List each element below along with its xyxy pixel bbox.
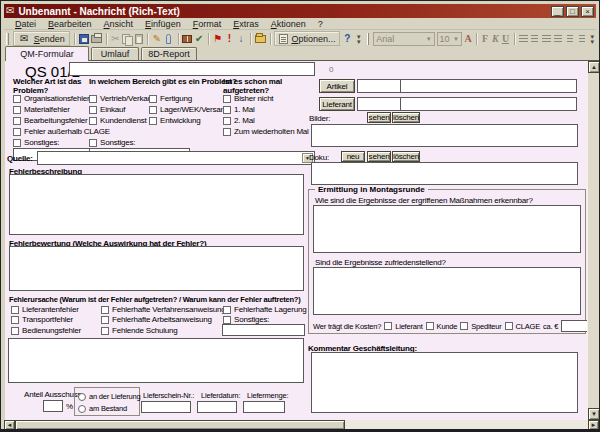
horizontal-scrollbar[interactable]: ◄ ► (4, 420, 599, 430)
bilder-loeschen-button[interactable]: löschen (392, 112, 420, 123)
checkbox-2-mal[interactable]: 2. Mal (223, 116, 255, 125)
menu-ansicht[interactable]: Ansicht (99, 19, 139, 29)
close-button[interactable]: × (581, 6, 594, 17)
doku-neu-button[interactable]: neu (341, 151, 365, 162)
check-names-icon[interactable]: ✔ (194, 32, 204, 45)
toolbar-grip[interactable] (367, 33, 370, 45)
checkbox-bearbeitungsfehler[interactable]: Bearbeitungsfehler (13, 116, 88, 125)
checkbox-art-sonstiges[interactable]: Sonstiges: (13, 138, 59, 147)
menu-bearbeiten[interactable]: Bearbeiten (43, 19, 97, 29)
checkbox-organisationsfehler[interactable]: Organisationsfehler (13, 94, 90, 103)
liefermenge-input[interactable] (243, 401, 285, 413)
send-button[interactable]: ✉ Senden (13, 31, 70, 46)
bold-icon[interactable]: F (481, 33, 489, 44)
checkbox-kosten-spediteur[interactable]: Spediteur (460, 322, 501, 331)
checkbox-entwicklung[interactable]: Entwicklung (149, 116, 201, 125)
checkbox-kundendienst[interactable]: Kundendienst (89, 116, 147, 125)
radio-am-bestand[interactable]: am Bestand (78, 404, 127, 413)
artikel-button[interactable]: Artikel (319, 79, 355, 93)
font-name-combo[interactable]: Arial▼ (373, 32, 434, 46)
scroll-right-icon[interactable]: ► (588, 420, 599, 430)
menu-datei[interactable]: Datei (10, 19, 41, 29)
toolbar-overflow-icon[interactable]: ▾▾ (355, 34, 362, 44)
copy-icon[interactable] (122, 32, 132, 45)
importance-low-icon[interactable]: ↓ (236, 32, 246, 45)
font-size-combo[interactable]: 10▼ (437, 32, 462, 46)
signature-pen-icon[interactable]: ✎ (152, 32, 162, 45)
checkbox-fehlerhafte-lagerung[interactable]: Fehlerhafte Lagerung (223, 305, 307, 314)
menu-hilfe[interactable]: ? (313, 19, 328, 29)
scrollbar-thumb[interactable] (15, 420, 345, 430)
ca-euro-input[interactable] (561, 320, 587, 332)
lieferant-button[interactable]: Lieferant (319, 97, 355, 111)
paste-icon[interactable] (134, 32, 144, 45)
lieferant-input[interactable] (357, 97, 577, 111)
checkbox-fehler-ausserhalb-clage[interactable]: Fehler außerhalb CLAGE (13, 127, 110, 136)
tab-umlauf[interactable]: Umlauf (91, 47, 139, 60)
checkbox-fehlerhafte-verfahrensanweisung[interactable]: Fehlerhafte Verfahrensanweisung (101, 305, 225, 314)
ursache-sonstiges-input[interactable] (222, 324, 305, 336)
align-center-icon[interactable] (530, 32, 540, 45)
frage2-textarea[interactable] (313, 267, 581, 315)
checkbox-vertrieb-verkauf[interactable]: Vertrieb/Verkauf (89, 94, 154, 103)
doku-loeschen-button[interactable]: löschen (392, 151, 420, 162)
checkbox-kosten-clage[interactable]: CLAGE (505, 322, 540, 331)
radio-an-der-lieferung[interactable]: an der Lieferung (78, 392, 140, 401)
outdent-icon[interactable] (565, 32, 575, 45)
save-icon[interactable] (79, 32, 89, 45)
menu-aktionen[interactable]: Aktionen (266, 19, 311, 29)
help-icon[interactable]: ? (342, 32, 352, 45)
toolbar-grip[interactable] (6, 33, 9, 45)
align-right-icon[interactable] (542, 32, 552, 45)
checkbox-transportfehler[interactable]: Transportfehler (11, 315, 73, 324)
checkbox-fertigung[interactable]: Fertigung (149, 94, 192, 103)
italic-icon[interactable]: K (491, 33, 499, 44)
underline-icon[interactable]: U (501, 33, 509, 44)
bilder-listbox[interactable] (311, 124, 578, 147)
frage1-textarea[interactable] (313, 205, 581, 253)
font-color-icon[interactable]: A (464, 33, 472, 44)
indent-icon[interactable] (577, 32, 587, 45)
message-flag-icon[interactable]: ⚑ (213, 32, 223, 45)
checkbox-einkauf[interactable]: Einkauf (89, 105, 125, 114)
checkbox-fehlerhafte-arbeitsanweisung[interactable]: Fehlerhafte Arbeitsanweisung (101, 315, 212, 324)
quelle-dropdown[interactable]: ▼ (37, 151, 315, 165)
checkbox-bedienungsfehler[interactable]: Bedienungsfehler (11, 326, 81, 335)
folder-icon[interactable] (255, 32, 266, 45)
fehlerursache-textarea[interactable] (8, 338, 304, 383)
options-button[interactable]: Optionen... (274, 31, 340, 46)
checkbox-ursache-sonstiges[interactable]: Sonstiges: (223, 315, 269, 324)
checkbox-lieferantenfehler[interactable]: Lieferantenfehler (11, 305, 79, 314)
doku-listbox[interactable] (311, 162, 578, 185)
kommentar-textarea[interactable] (311, 352, 578, 413)
attach-icon[interactable] (164, 32, 174, 45)
anteil-ausschuss-input[interactable] (43, 400, 63, 412)
checkbox-bereich-sonstiges[interactable]: Sonstiges: (89, 138, 135, 147)
menu-extras[interactable]: Extras (228, 19, 264, 29)
scroll-up-icon[interactable]: ▲ (588, 61, 600, 73)
print-icon[interactable] (91, 32, 102, 45)
checkbox-kosten-lieferant[interactable]: Lieferant (384, 322, 422, 331)
qs-number-input[interactable] (69, 62, 315, 76)
doku-sehen-button[interactable]: sehen (367, 151, 391, 162)
maximize-button[interactable]: □ (566, 6, 579, 17)
lieferschein-nr-input[interactable] (141, 401, 191, 413)
title-bar[interactable]: ✉ Unbenannt - Nachricht (Rich-Text) _ □ … (4, 4, 596, 18)
checkbox-1-mal[interactable]: 1. Mal (223, 105, 255, 114)
artikel-input[interactable] (357, 79, 577, 93)
checkbox-bisher-nicht[interactable]: Bisher nicht (223, 94, 273, 103)
bullet-list-icon[interactable] (553, 32, 563, 45)
cut-icon[interactable]: ✂ (110, 32, 120, 45)
lieferdatum-input[interactable] (197, 401, 237, 413)
menu-einfuegen[interactable]: Einfügen (140, 19, 186, 29)
align-left-icon[interactable] (518, 32, 528, 45)
scroll-down-icon[interactable]: ▼ (588, 408, 600, 420)
menu-format[interactable]: Format (188, 19, 227, 29)
tab-qm-formular[interactable]: QM-Formular (5, 46, 89, 61)
importance-high-icon[interactable]: ! (224, 32, 234, 45)
checkbox-zum-wiederholten-mal[interactable]: Zum wiederholten Mal (223, 127, 309, 136)
checkbox-kosten-kunde[interactable]: Kunde (426, 322, 458, 331)
fehlerbewertung-textarea[interactable] (9, 246, 304, 291)
address-book-icon[interactable] (182, 32, 192, 45)
tab-8d-report[interactable]: 8D-Report (141, 47, 197, 60)
